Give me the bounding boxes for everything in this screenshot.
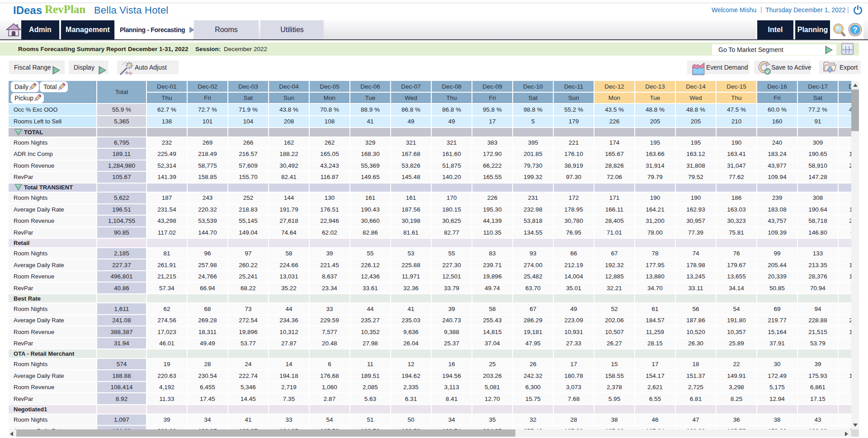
svg-text:?: ? [853,26,857,34]
